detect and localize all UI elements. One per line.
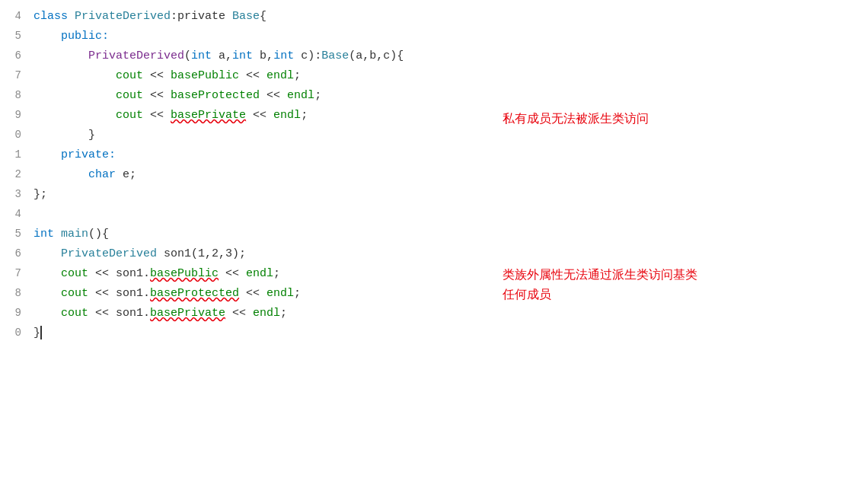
code-token: <<: [246, 109, 273, 122]
code-token: << son1.: [88, 307, 150, 320]
code-line: 5int main(){: [0, 225, 868, 245]
code-token: PrivateDerived: [88, 49, 184, 62]
text-cursor: [40, 326, 42, 339]
code-line: 4: [0, 206, 868, 225]
code-line: 9 cout << son1.basePrivate << endl;: [0, 304, 868, 324]
code-token: <<: [219, 267, 246, 280]
line-content: cout << son1.basePrivate << endl;: [30, 304, 868, 323]
line-number: 2: [0, 166, 30, 183]
code-token: <<: [143, 89, 171, 102]
code-token: ;: [280, 307, 287, 320]
code-token: int: [191, 49, 212, 62]
line-content: cout << basePublic << endl;: [30, 67, 868, 85]
code-token: endl: [287, 89, 314, 102]
code-token: <<: [239, 69, 266, 82]
line-content: char e;: [30, 166, 868, 184]
code-token: baseProtected: [171, 89, 260, 102]
line-content: public:: [30, 27, 868, 46]
code-token: int: [232, 49, 253, 62]
line-number: 6: [0, 47, 30, 64]
line-content: }: [30, 324, 868, 343]
code-token: endl: [253, 307, 280, 320]
line-content: cout << son1.basePublic << endl;: [30, 265, 868, 283]
code-token: [34, 69, 116, 82]
code-token: :private: [171, 10, 232, 23]
code-token: ;: [273, 267, 280, 280]
code-token: PrivateDerived: [75, 10, 171, 23]
code-token: basePublic: [171, 69, 239, 82]
code-token: <<: [143, 69, 171, 82]
code-token: [34, 287, 61, 300]
code-line: 8 cout << son1.baseProtected << endl;: [0, 285, 868, 304]
code-token: << son1.: [88, 267, 150, 280]
line-content: private:: [30, 146, 868, 164]
line-number: 0: [0, 324, 30, 341]
code-token: };: [34, 188, 47, 201]
code-token: endl: [273, 109, 301, 122]
code-token: endl: [246, 267, 273, 280]
line-content: PrivateDerived son1(1,2,3);: [30, 245, 868, 263]
code-token: (: [184, 49, 191, 62]
line-content: cout << son1.baseProtected << endl;: [30, 285, 868, 303]
line-number: 1: [0, 146, 30, 163]
code-token: << son1.: [88, 287, 150, 300]
code-token: basePrivate: [171, 109, 246, 122]
code-token: cout: [116, 89, 143, 102]
code-line: 3};: [0, 186, 868, 206]
code-token: <<: [225, 307, 253, 320]
code-token: <<: [239, 287, 266, 300]
code-token: }: [34, 327, 40, 339]
code-token: son1(1,2,3);: [157, 247, 246, 260]
code-token: ;: [314, 89, 321, 102]
code-token: cout: [61, 307, 88, 320]
line-number: 5: [0, 27, 30, 44]
line-content: class PrivateDerived:private Base{: [30, 8, 868, 26]
code-token: [34, 267, 61, 280]
annotation-private-member: 私有成员无法被派生类访问: [503, 109, 649, 129]
code-token: public:: [34, 30, 109, 43]
line-content: cout << baseProtected << endl;: [30, 87, 868, 105]
line-number: 7: [0, 67, 30, 84]
code-token: basePublic: [150, 267, 219, 280]
line-number: 0: [0, 126, 30, 143]
code-token: [54, 228, 61, 241]
line-number: 8: [0, 87, 30, 104]
code-line: 7 cout << son1.basePublic << endl;: [0, 265, 868, 285]
code-token: <<: [260, 89, 287, 102]
line-number: 8: [0, 285, 30, 301]
line-number: 4: [0, 8, 30, 24]
annotation-outside-class: 类族外属性无法通过派生类访问基类任何成员: [503, 265, 697, 304]
code-token: private:: [34, 148, 116, 161]
line-content: cout << basePrivate << endl;: [30, 107, 868, 125]
line-number: 6: [0, 245, 30, 262]
code-token: }: [34, 129, 95, 142]
code-token: e;: [116, 168, 136, 181]
code-token: [34, 307, 61, 320]
code-token: ;: [294, 287, 301, 300]
code-line: 6 PrivateDerived son1(1,2,3);: [0, 245, 868, 265]
code-line: 2 char e;: [0, 166, 868, 186]
code-token: Base: [232, 10, 260, 23]
code-line: 0 }: [0, 126, 868, 146]
code-line: 7 cout << basePublic << endl;: [0, 67, 868, 87]
code-token: char: [88, 168, 116, 181]
code-token: endl: [266, 69, 294, 82]
line-number: 3: [0, 186, 30, 202]
code-token: cout: [116, 69, 143, 82]
code-token: ;: [294, 69, 301, 82]
code-line: 6 PrivateDerived(int a,int b,int c):Base…: [0, 47, 868, 67]
code-token: (){: [88, 228, 109, 241]
code-editor: 4class PrivateDerived:private Base{5 pub…: [0, 0, 868, 352]
line-number: 4: [0, 206, 30, 222]
code-token: c):: [294, 49, 321, 62]
code-line: 0}: [0, 324, 868, 344]
code-token: basePrivate: [150, 307, 225, 320]
line-number: 9: [0, 107, 30, 123]
code-token: baseProtected: [150, 287, 239, 300]
code-token: [34, 168, 88, 181]
code-line: 4class PrivateDerived:private Base{: [0, 8, 868, 27]
code-line: 8 cout << baseProtected << endl;: [0, 87, 868, 107]
code-token: int: [34, 228, 54, 241]
code-token: (a,b,c){: [349, 49, 404, 62]
code-token: [34, 89, 116, 102]
